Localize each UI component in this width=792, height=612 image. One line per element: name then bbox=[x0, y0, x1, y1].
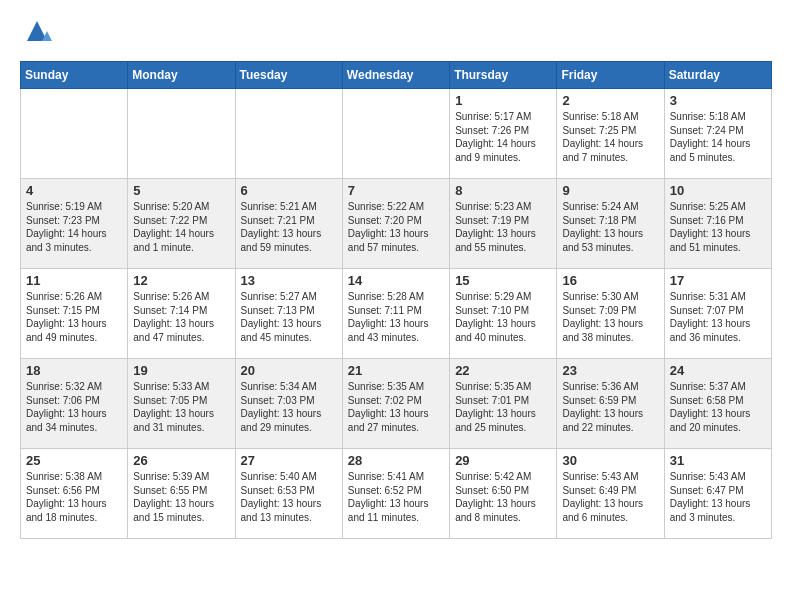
day-number: 19 bbox=[133, 363, 229, 378]
day-number: 27 bbox=[241, 453, 337, 468]
calendar-cell: 9Sunrise: 5:24 AM Sunset: 7:18 PM Daylig… bbox=[557, 179, 664, 269]
day-number: 18 bbox=[26, 363, 122, 378]
calendar-cell: 18Sunrise: 5:32 AM Sunset: 7:06 PM Dayli… bbox=[21, 359, 128, 449]
day-info: Sunrise: 5:43 AM Sunset: 6:49 PM Dayligh… bbox=[562, 470, 658, 524]
calendar-cell: 5Sunrise: 5:20 AM Sunset: 7:22 PM Daylig… bbox=[128, 179, 235, 269]
day-number: 3 bbox=[670, 93, 766, 108]
day-header-row: SundayMondayTuesdayWednesdayThursdayFrid… bbox=[21, 62, 772, 89]
day-header-friday: Friday bbox=[557, 62, 664, 89]
calendar-cell: 24Sunrise: 5:37 AM Sunset: 6:58 PM Dayli… bbox=[664, 359, 771, 449]
calendar-cell: 17Sunrise: 5:31 AM Sunset: 7:07 PM Dayli… bbox=[664, 269, 771, 359]
day-number: 4 bbox=[26, 183, 122, 198]
day-info: Sunrise: 5:29 AM Sunset: 7:10 PM Dayligh… bbox=[455, 290, 551, 344]
calendar-cell: 6Sunrise: 5:21 AM Sunset: 7:21 PM Daylig… bbox=[235, 179, 342, 269]
day-header-tuesday: Tuesday bbox=[235, 62, 342, 89]
day-info: Sunrise: 5:23 AM Sunset: 7:19 PM Dayligh… bbox=[455, 200, 551, 254]
calendar-cell: 8Sunrise: 5:23 AM Sunset: 7:19 PM Daylig… bbox=[450, 179, 557, 269]
calendar-cell: 27Sunrise: 5:40 AM Sunset: 6:53 PM Dayli… bbox=[235, 449, 342, 539]
day-info: Sunrise: 5:21 AM Sunset: 7:21 PM Dayligh… bbox=[241, 200, 337, 254]
day-info: Sunrise: 5:27 AM Sunset: 7:13 PM Dayligh… bbox=[241, 290, 337, 344]
day-number: 7 bbox=[348, 183, 444, 198]
day-info: Sunrise: 5:36 AM Sunset: 6:59 PM Dayligh… bbox=[562, 380, 658, 434]
day-number: 1 bbox=[455, 93, 551, 108]
calendar-body: 1Sunrise: 5:17 AM Sunset: 7:26 PM Daylig… bbox=[21, 89, 772, 539]
day-info: Sunrise: 5:39 AM Sunset: 6:55 PM Dayligh… bbox=[133, 470, 229, 524]
calendar-week-3: 11Sunrise: 5:26 AM Sunset: 7:15 PM Dayli… bbox=[21, 269, 772, 359]
day-number: 13 bbox=[241, 273, 337, 288]
day-number: 24 bbox=[670, 363, 766, 378]
calendar-week-1: 1Sunrise: 5:17 AM Sunset: 7:26 PM Daylig… bbox=[21, 89, 772, 179]
day-number: 9 bbox=[562, 183, 658, 198]
logo bbox=[20, 16, 52, 51]
calendar-cell: 13Sunrise: 5:27 AM Sunset: 7:13 PM Dayli… bbox=[235, 269, 342, 359]
calendar-cell: 3Sunrise: 5:18 AM Sunset: 7:24 PM Daylig… bbox=[664, 89, 771, 179]
day-info: Sunrise: 5:38 AM Sunset: 6:56 PM Dayligh… bbox=[26, 470, 122, 524]
day-header-saturday: Saturday bbox=[664, 62, 771, 89]
calendar-cell: 14Sunrise: 5:28 AM Sunset: 7:11 PM Dayli… bbox=[342, 269, 449, 359]
calendar-cell bbox=[342, 89, 449, 179]
day-info: Sunrise: 5:18 AM Sunset: 7:24 PM Dayligh… bbox=[670, 110, 766, 164]
day-number: 28 bbox=[348, 453, 444, 468]
calendar-cell: 23Sunrise: 5:36 AM Sunset: 6:59 PM Dayli… bbox=[557, 359, 664, 449]
calendar-cell: 26Sunrise: 5:39 AM Sunset: 6:55 PM Dayli… bbox=[128, 449, 235, 539]
day-info: Sunrise: 5:24 AM Sunset: 7:18 PM Dayligh… bbox=[562, 200, 658, 254]
day-number: 14 bbox=[348, 273, 444, 288]
calendar-cell: 15Sunrise: 5:29 AM Sunset: 7:10 PM Dayli… bbox=[450, 269, 557, 359]
calendar-cell: 22Sunrise: 5:35 AM Sunset: 7:01 PM Dayli… bbox=[450, 359, 557, 449]
calendar-cell: 30Sunrise: 5:43 AM Sunset: 6:49 PM Dayli… bbox=[557, 449, 664, 539]
day-info: Sunrise: 5:40 AM Sunset: 6:53 PM Dayligh… bbox=[241, 470, 337, 524]
calendar-cell bbox=[128, 89, 235, 179]
calendar-cell: 29Sunrise: 5:42 AM Sunset: 6:50 PM Dayli… bbox=[450, 449, 557, 539]
calendar-cell: 25Sunrise: 5:38 AM Sunset: 6:56 PM Dayli… bbox=[21, 449, 128, 539]
day-number: 12 bbox=[133, 273, 229, 288]
day-number: 11 bbox=[26, 273, 122, 288]
calendar-cell: 31Sunrise: 5:43 AM Sunset: 6:47 PM Dayli… bbox=[664, 449, 771, 539]
calendar-cell: 10Sunrise: 5:25 AM Sunset: 7:16 PM Dayli… bbox=[664, 179, 771, 269]
calendar-cell: 20Sunrise: 5:34 AM Sunset: 7:03 PM Dayli… bbox=[235, 359, 342, 449]
calendar-header: SundayMondayTuesdayWednesdayThursdayFrid… bbox=[21, 62, 772, 89]
day-info: Sunrise: 5:18 AM Sunset: 7:25 PM Dayligh… bbox=[562, 110, 658, 164]
day-info: Sunrise: 5:33 AM Sunset: 7:05 PM Dayligh… bbox=[133, 380, 229, 434]
day-number: 29 bbox=[455, 453, 551, 468]
calendar-table: SundayMondayTuesdayWednesdayThursdayFrid… bbox=[20, 61, 772, 539]
calendar-cell bbox=[21, 89, 128, 179]
day-header-sunday: Sunday bbox=[21, 62, 128, 89]
calendar-week-2: 4Sunrise: 5:19 AM Sunset: 7:23 PM Daylig… bbox=[21, 179, 772, 269]
day-number: 15 bbox=[455, 273, 551, 288]
calendar-cell bbox=[235, 89, 342, 179]
day-number: 26 bbox=[133, 453, 229, 468]
day-info: Sunrise: 5:26 AM Sunset: 7:14 PM Dayligh… bbox=[133, 290, 229, 344]
day-info: Sunrise: 5:17 AM Sunset: 7:26 PM Dayligh… bbox=[455, 110, 551, 164]
day-info: Sunrise: 5:42 AM Sunset: 6:50 PM Dayligh… bbox=[455, 470, 551, 524]
day-number: 10 bbox=[670, 183, 766, 198]
calendar-cell: 7Sunrise: 5:22 AM Sunset: 7:20 PM Daylig… bbox=[342, 179, 449, 269]
day-info: Sunrise: 5:35 AM Sunset: 7:02 PM Dayligh… bbox=[348, 380, 444, 434]
day-number: 5 bbox=[133, 183, 229, 198]
calendar-cell: 28Sunrise: 5:41 AM Sunset: 6:52 PM Dayli… bbox=[342, 449, 449, 539]
day-number: 21 bbox=[348, 363, 444, 378]
calendar-week-4: 18Sunrise: 5:32 AM Sunset: 7:06 PM Dayli… bbox=[21, 359, 772, 449]
calendar-cell: 2Sunrise: 5:18 AM Sunset: 7:25 PM Daylig… bbox=[557, 89, 664, 179]
day-header-monday: Monday bbox=[128, 62, 235, 89]
day-number: 2 bbox=[562, 93, 658, 108]
day-info: Sunrise: 5:28 AM Sunset: 7:11 PM Dayligh… bbox=[348, 290, 444, 344]
day-info: Sunrise: 5:22 AM Sunset: 7:20 PM Dayligh… bbox=[348, 200, 444, 254]
day-number: 25 bbox=[26, 453, 122, 468]
day-info: Sunrise: 5:30 AM Sunset: 7:09 PM Dayligh… bbox=[562, 290, 658, 344]
day-info: Sunrise: 5:26 AM Sunset: 7:15 PM Dayligh… bbox=[26, 290, 122, 344]
day-info: Sunrise: 5:41 AM Sunset: 6:52 PM Dayligh… bbox=[348, 470, 444, 524]
day-header-thursday: Thursday bbox=[450, 62, 557, 89]
calendar-cell: 12Sunrise: 5:26 AM Sunset: 7:14 PM Dayli… bbox=[128, 269, 235, 359]
day-number: 8 bbox=[455, 183, 551, 198]
calendar-cell: 11Sunrise: 5:26 AM Sunset: 7:15 PM Dayli… bbox=[21, 269, 128, 359]
day-number: 23 bbox=[562, 363, 658, 378]
day-number: 20 bbox=[241, 363, 337, 378]
day-info: Sunrise: 5:32 AM Sunset: 7:06 PM Dayligh… bbox=[26, 380, 122, 434]
calendar-week-5: 25Sunrise: 5:38 AM Sunset: 6:56 PM Dayli… bbox=[21, 449, 772, 539]
calendar-cell: 16Sunrise: 5:30 AM Sunset: 7:09 PM Dayli… bbox=[557, 269, 664, 359]
day-info: Sunrise: 5:34 AM Sunset: 7:03 PM Dayligh… bbox=[241, 380, 337, 434]
day-number: 17 bbox=[670, 273, 766, 288]
day-number: 6 bbox=[241, 183, 337, 198]
day-info: Sunrise: 5:43 AM Sunset: 6:47 PM Dayligh… bbox=[670, 470, 766, 524]
calendar-cell: 19Sunrise: 5:33 AM Sunset: 7:05 PM Dayli… bbox=[128, 359, 235, 449]
